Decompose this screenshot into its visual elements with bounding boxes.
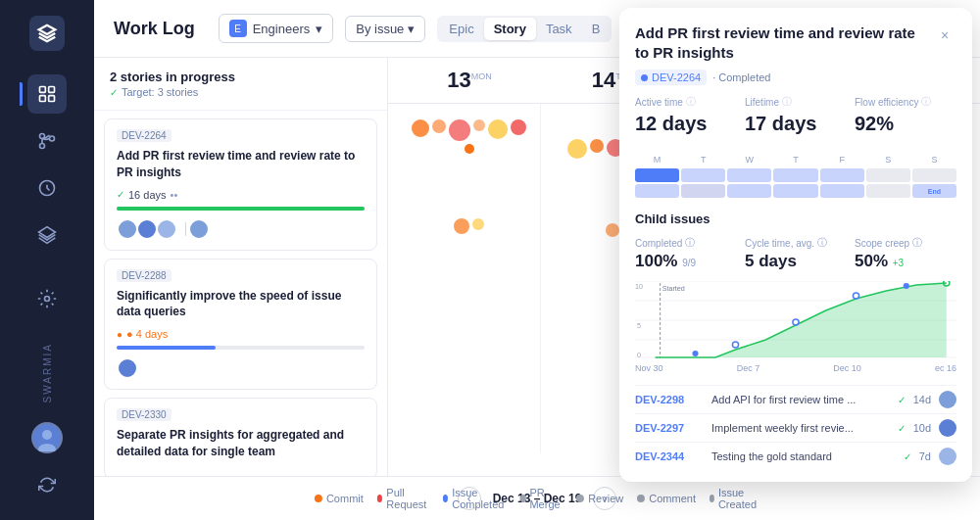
mc-cell (773, 184, 817, 198)
metric-value-lifetime: 17 days (745, 113, 847, 135)
svg-text:0: 0 (637, 352, 641, 359)
user-avatar[interactable] (31, 422, 63, 453)
detail-close-button[interactable]: × (933, 24, 956, 47)
mc-cell (681, 184, 725, 198)
avatar (156, 218, 177, 240)
mc-cell-end: End (912, 184, 956, 198)
detail-title: Add PR first review time and review rate… (635, 24, 933, 62)
legend-dot (520, 495, 525, 502)
tab-epic[interactable]: Epic (439, 18, 483, 40)
metric-value-active-time: 12 days (635, 113, 737, 135)
child-days: 7d (919, 450, 931, 462)
avatar (117, 357, 138, 379)
story-card-dev2330[interactable]: DEV-2330 Separate PR insights for aggreg… (104, 398, 377, 476)
tab-story[interactable]: Story (484, 18, 536, 40)
progress-bar-dev2288 (117, 346, 365, 350)
progress-fill-dev2288 (117, 346, 216, 350)
detail-badge: DEV-2264 · Completed (635, 70, 956, 85)
mini-calendar: M T W T F S S (619, 147, 972, 204)
tab-b[interactable]: B (582, 18, 611, 40)
child-issue-id: DEV-2344 (635, 450, 704, 462)
metric-active-time: Active time ⓘ 12 days (635, 95, 737, 135)
story-id-dev2264: DEV-2264 (117, 129, 365, 142)
sidebar-brand-label: SWARMIA (42, 343, 53, 402)
child-value-scope-creep: 50% +3 (855, 252, 956, 271)
sidebar-item-refresh[interactable] (27, 465, 67, 504)
child-issues-title: Child issues (635, 212, 956, 226)
story-avatars-dev2288 (117, 357, 365, 379)
sidebar-item-settings[interactable] (27, 279, 67, 318)
bubble (567, 139, 587, 159)
bubble (511, 119, 526, 135)
svg-rect-2 (40, 96, 46, 102)
page-title: Work Log (114, 19, 195, 39)
story-title-dev2288: Significantly improve the speed of issue… (117, 288, 365, 321)
bubble-group-1b (406, 211, 532, 242)
child-issue-row-dev2344[interactable]: DEV-2344 Testing the gold standard ✓ 7d (635, 442, 956, 470)
svg-point-5 (40, 144, 45, 149)
metric-label-flow-efficiency: Flow efficiency ⓘ (855, 95, 956, 109)
bubble-group-1 (406, 112, 532, 162)
legend-dot (710, 495, 714, 502)
tab-task[interactable]: Task (536, 18, 582, 40)
story-id-dev2288: DEV-2288 (117, 269, 365, 282)
child-days: 14d (913, 394, 931, 405)
bubble (454, 218, 469, 234)
mc-cell (727, 184, 771, 198)
detail-metrics: Active time ⓘ 12 days Lifetime ⓘ 17 days… (619, 95, 972, 147)
sidebar-item-layers[interactable] (27, 215, 67, 255)
story-days-dev2264: 16 days •• (117, 189, 365, 201)
child-issue-list: DEV-2298 Add API for first review time .… (619, 385, 972, 482)
detail-header: Add PR first review time and review rate… (619, 8, 972, 70)
mc-cell (866, 184, 910, 198)
metric-label-lifetime: Lifetime ⓘ (745, 95, 847, 109)
progress-title: 2 stories in progress (110, 70, 371, 84)
story-avatars-dev2264 (117, 218, 365, 240)
team-label: Engineers (253, 22, 311, 36)
svg-point-23 (732, 342, 738, 348)
stories-panel: 2 stories in progress Target: 3 stories … (94, 58, 388, 476)
legend-issue-completed: Issue Completed (443, 487, 507, 510)
mc-cell (727, 168, 771, 182)
sidebar-item-worklog[interactable] (27, 74, 67, 114)
story-card-dev2264[interactable]: DEV-2264 Add PR first review time and re… (104, 118, 377, 251)
team-dropdown[interactable]: E Engineers ▾ (219, 14, 334, 43)
cal-col-1 (398, 104, 541, 453)
sidebar-bottom: SWARMIA (27, 343, 67, 504)
metric-lifetime: Lifetime ⓘ 17 days (745, 95, 847, 135)
bubble (606, 223, 619, 237)
legend-pr: Pull Request (377, 487, 429, 510)
cal-day-mon: 13MON (398, 58, 541, 103)
team-icon: E (229, 20, 247, 37)
svg-text:5: 5 (637, 322, 641, 330)
sidebar-item-git[interactable] (27, 121, 67, 161)
badge-dot (641, 74, 648, 81)
sidebar-item-insights[interactable] (27, 168, 67, 208)
svg-point-26 (904, 283, 909, 289)
detail-panel: Add PR first review time and review rate… (619, 8, 972, 482)
child-issue-row-dev2298[interactable]: DEV-2298 Add API for first review time .… (635, 385, 956, 413)
svg-point-10 (42, 430, 52, 440)
sidebar-logo[interactable] (29, 16, 65, 51)
child-label-cycle-time: Cycle time, avg. ⓘ (745, 236, 847, 250)
child-value-completed: 100% 9/9 (635, 252, 737, 271)
avatar (117, 218, 138, 240)
filter-by-issue-button[interactable]: By issue ▾ (345, 16, 425, 42)
metric-value-flow-efficiency: 92% (855, 113, 956, 135)
mc-row-1 (635, 168, 956, 182)
story-days-dev2288: ● 4 days (117, 328, 365, 340)
svg-text:10: 10 (635, 283, 643, 291)
chart-area: 10 5 0 Started Nov 30 Dec 7 De (619, 281, 972, 385)
child-value-cycle-time: 5 days (745, 252, 847, 271)
story-card-dev2288[interactable]: DEV-2288 Significantly improve the speed… (104, 259, 377, 391)
legend-comment: Comment (637, 493, 696, 504)
badge-issue-id: DEV-2264 (635, 70, 707, 85)
filter-chevron: ▾ (408, 22, 415, 36)
bubble (473, 119, 485, 131)
bubble (432, 119, 446, 133)
nav-footer: ‹ Dec 13 – Dec 19 › Commit Pull Request … (94, 476, 980, 520)
child-issues-chart: 10 5 0 Started (635, 281, 956, 359)
child-issue-title: Implement weekly first revie... (711, 422, 890, 434)
child-issue-row-dev2297[interactable]: DEV-2297 Implement weekly first revie...… (635, 413, 956, 442)
child-issue-id: DEV-2298 (635, 394, 704, 405)
